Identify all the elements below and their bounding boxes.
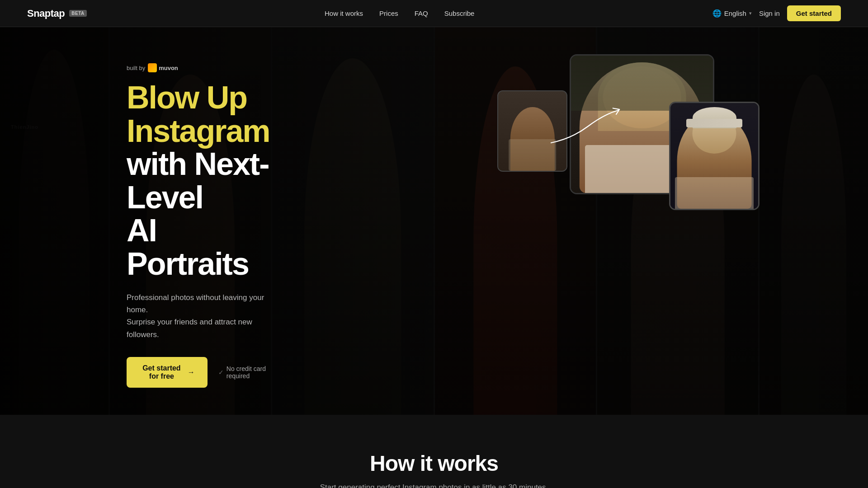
globe-icon: 🌐	[712, 9, 722, 18]
how-it-works-subtitle: Start generating perfect Instagram photo…	[27, 483, 841, 488]
built-by: built by muvon	[127, 63, 271, 72]
sign-in-button[interactable]: Sign in	[759, 9, 780, 17]
built-by-text: built by	[127, 65, 145, 71]
hero-floating-images	[443, 27, 760, 415]
beta-badge: BETA	[69, 10, 86, 17]
how-it-works-section: How it works Start generating perfect In…	[0, 415, 868, 488]
headline-line2: Instagram	[127, 113, 270, 149]
hero-sub-line1: Professional photos without leaving your…	[127, 293, 264, 314]
hero-sub-line2: Surprise your friends and attract new fo…	[127, 318, 252, 338]
language-label: English	[724, 9, 746, 17]
after-photo-secondary	[669, 102, 760, 210]
nav-subscribe[interactable]: Subscribe	[444, 9, 475, 17]
muvon-brand: muvon	[148, 63, 178, 72]
language-selector[interactable]: 🌐 English ▾	[712, 9, 752, 18]
cta-label: Get started for free	[139, 364, 184, 380]
transformation-arrow	[547, 102, 628, 151]
logo[interactable]: Snaptap	[27, 8, 65, 19]
arrow-icon: →	[188, 368, 195, 376]
hero-cta-button[interactable]: Get started for free →	[127, 357, 208, 388]
check-icon: ✓	[218, 369, 224, 376]
hero-section: ThienJino	[0, 0, 868, 415]
nav-how-it-works[interactable]: How it works	[325, 9, 363, 17]
nav-right: 🌐 English ▾ Sign in Get started	[712, 5, 841, 21]
headline-line4: AI Portraits	[127, 213, 249, 282]
main-nav: SnaptapBETA How it works Prices FAQ Subs…	[0, 0, 868, 27]
muvon-label: muvon	[159, 65, 178, 71]
nav-faq[interactable]: FAQ	[415, 9, 428, 17]
no-credit-card-notice: ✓ No credit card required	[218, 365, 271, 380]
headline-line1: Blow Up	[127, 80, 247, 115]
hero-subtext: Professional photos without leaving your…	[127, 291, 271, 341]
how-it-works-title: How it works	[27, 451, 841, 476]
hero-headline: Blow Up Instagram with Next-Level AI Por…	[127, 81, 271, 281]
headline-line3: with Next-Level	[127, 146, 269, 215]
nav-links: How it works Prices FAQ Subscribe	[325, 9, 474, 17]
chevron-down-icon: ▾	[749, 10, 752, 16]
get-started-nav-button[interactable]: Get started	[787, 5, 841, 21]
nav-logo-area: SnaptapBETA	[27, 8, 87, 19]
no-cc-text: No credit card required	[226, 365, 271, 380]
hero-actions: Get started for free → ✓ No credit card …	[127, 357, 271, 388]
muvon-icon	[148, 63, 157, 72]
nav-prices[interactable]: Prices	[379, 9, 398, 17]
hero-content: built by muvon Blow Up Instagram with Ne…	[0, 27, 298, 415]
